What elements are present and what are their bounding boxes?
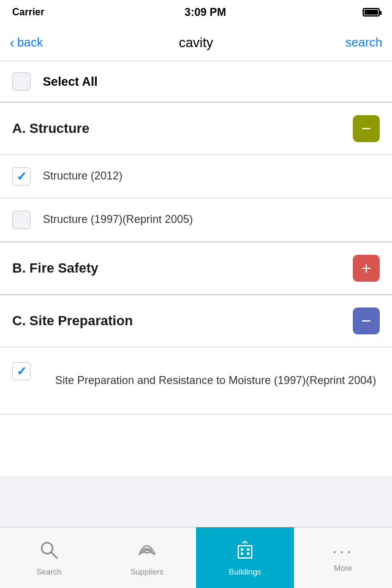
page-title: cavity [179, 35, 213, 51]
content-area: Select All A. Structure − Structure (201… [0, 61, 392, 476]
tab-search[interactable]: Search [0, 527, 98, 588]
tab-more-label: More [334, 564, 352, 573]
svg-rect-2 [238, 546, 252, 558]
tab-search-label: Search [36, 567, 61, 576]
section-header-site-prep: C. Site Preparation − [0, 295, 392, 347]
section-header-structure: A. Structure − [0, 102, 392, 155]
list-item-site-prep1997[interactable]: Site Preparation and Resistance to Moist… [0, 347, 392, 415]
item-label-struct2012: Structure (2012) [43, 168, 123, 184]
tab-suppliers[interactable]: Suppliers [98, 527, 196, 588]
tab-more[interactable]: ··· More [294, 527, 392, 588]
section-title-site-prep: C. Site Preparation [12, 313, 133, 329]
svg-rect-3 [241, 548, 243, 551]
section-title-fire-safety: B. Fire Safety [12, 260, 99, 276]
back-button[interactable]: ‹ back [10, 36, 43, 50]
list-item-struct1997[interactable]: Structure (1997)(Reprint 2005) [0, 198, 392, 242]
svg-line-1 [51, 552, 57, 558]
item-label-site-prep1997: Site Preparation and Resistance to Moist… [55, 373, 376, 388]
checkbox-struct1997[interactable] [12, 211, 31, 229]
svg-rect-5 [241, 552, 243, 555]
select-all-row[interactable]: Select All [0, 61, 392, 102]
carrier-label: Carrier [12, 7, 44, 18]
select-all-label: Select All [43, 75, 97, 89]
more-tab-icon: ··· [332, 543, 353, 560]
checkbox-struct2012[interactable] [12, 167, 31, 186]
svg-rect-6 [247, 552, 249, 555]
svg-rect-4 [247, 548, 249, 551]
section-toggle-structure[interactable]: − [353, 115, 380, 142]
section-header-fire-safety: B. Fire Safety + [0, 242, 392, 295]
back-chevron-icon: ‹ [10, 36, 15, 50]
select-all-checkbox[interactable] [12, 72, 31, 91]
section-title-structure: A. Structure [12, 121, 89, 137]
search-tab-icon [39, 540, 59, 564]
tab-buildings-label: Buildings [229, 567, 262, 576]
tab-buildings[interactable]: Buildings [196, 527, 294, 588]
back-label: back [17, 36, 43, 50]
status-bar: Carrier 3:09 PM [0, 0, 392, 24]
buildings-tab-icon [235, 540, 255, 564]
carrier-info: Carrier [12, 7, 48, 18]
checkbox-site-prep1997[interactable] [12, 362, 31, 380]
nav-bar: ‹ back cavity search [0, 24, 392, 61]
status-time: 3:09 PM [184, 6, 226, 19]
list-item-struct2012[interactable]: Structure (2012) [0, 155, 392, 198]
item-label-struct1997: Structure (1997)(Reprint 2005) [43, 212, 193, 227]
search-button[interactable]: search [345, 36, 382, 50]
tab-bar: Search Suppliers Build [0, 527, 392, 588]
tab-suppliers-label: Suppliers [130, 567, 164, 576]
section-toggle-site-prep[interactable]: − [353, 307, 380, 334]
battery-icon [363, 8, 380, 17]
suppliers-tab-icon [137, 540, 157, 564]
section-toggle-fire-safety[interactable]: + [353, 255, 380, 282]
